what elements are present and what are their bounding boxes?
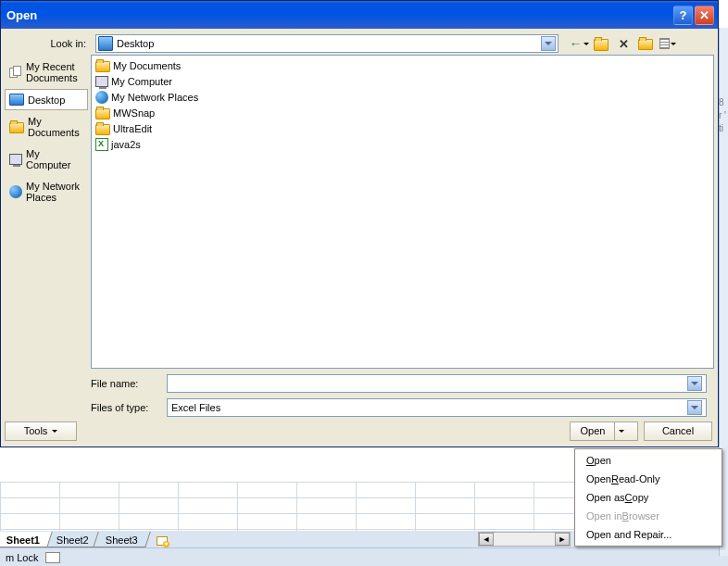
- computer-icon: [95, 76, 108, 87]
- file-name: My Computer: [111, 76, 172, 87]
- titlebar[interactable]: Open ? ✕: [1, 1, 718, 29]
- menu-item[interactable]: Open Read-Only: [577, 470, 720, 488]
- back-button[interactable]: ←: [570, 34, 588, 53]
- folder-icon: [95, 61, 110, 72]
- file-list-item[interactable]: My Computer: [94, 73, 711, 89]
- file-name: MWSnap: [113, 107, 155, 119]
- horizontal-scrollbar[interactable]: ◄ ►: [478, 532, 571, 547]
- desktop-icon: [98, 36, 113, 51]
- filename-label: File name:: [91, 378, 161, 389]
- sheet-tab-label: Sheet2: [56, 535, 89, 546]
- new-sheet-icon[interactable]: ✶: [154, 535, 170, 547]
- dialog-title: Open: [6, 8, 673, 22]
- places-bar: My Recent DocumentsDesktopMy DocumentsMy…: [3, 55, 91, 421]
- close-button[interactable]: ✕: [695, 6, 714, 25]
- file-name: My Network Places: [111, 92, 198, 103]
- status-text: m Lock: [6, 552, 38, 563]
- sheet-tab-label: Sheet1: [6, 535, 40, 546]
- places-item[interactable]: My Documents: [5, 111, 88, 143]
- filetype-label: Files of type:: [91, 402, 161, 413]
- chevron-down-icon[interactable]: [687, 376, 702, 391]
- open-button[interactable]: Open: [570, 421, 638, 441]
- file-list[interactable]: My DocumentsMy ComputerMy Network Places…: [91, 55, 714, 369]
- file-name: UltraEdit: [113, 123, 152, 134]
- cancel-button[interactable]: Cancel: [644, 421, 712, 441]
- places-item-label: My Network Places: [26, 181, 83, 203]
- places-item[interactable]: My Computer: [5, 144, 88, 175]
- tools-button[interactable]: Tools: [5, 421, 77, 441]
- lookin-label: Look in:: [8, 38, 90, 49]
- places-item-label: My Computer: [26, 148, 83, 170]
- delete-button[interactable]: ✕: [614, 34, 633, 53]
- status-bar: m Lock: [0, 547, 728, 566]
- chevron-down-icon[interactable]: [541, 36, 556, 51]
- up-one-level-button[interactable]: [592, 34, 610, 53]
- sheet-tab[interactable]: Sheet1: [0, 532, 53, 547]
- computer-icon: [9, 154, 22, 165]
- new-folder-button[interactable]: [636, 34, 655, 53]
- file-name: java2s: [111, 139, 141, 150]
- open-dialog: Open ? ✕ Look in: Desktop ← ✕ My Recent …: [0, 0, 719, 447]
- help-button[interactable]: ?: [673, 6, 693, 25]
- chevron-down-icon[interactable]: [687, 400, 702, 415]
- places-item-label: Desktop: [28, 94, 65, 106]
- menu-item[interactable]: Open: [577, 451, 720, 470]
- file-list-item[interactable]: UltraEdit: [94, 120, 711, 136]
- desktop-icon: [9, 94, 24, 106]
- menu-item[interactable]: Open as Copy: [577, 488, 720, 507]
- edge-hint-text: 8r 'ti: [719, 96, 726, 135]
- places-item-label: My Recent Documents: [26, 61, 83, 83]
- file-list-item[interactable]: MWSnap: [94, 105, 711, 120]
- open-dropdown-toggle[interactable]: [614, 422, 627, 440]
- file-list-item[interactable]: My Documents: [94, 57, 711, 73]
- chevron-down-icon: [52, 430, 57, 433]
- places-item[interactable]: My Network Places: [5, 176, 88, 208]
- sheet-tab[interactable]: Sheet3: [93, 532, 150, 547]
- folder-icon: [9, 122, 24, 133]
- network-icon: [95, 91, 108, 104]
- excel-file-icon: [95, 138, 108, 151]
- sheet-tab-label: Sheet3: [106, 535, 138, 546]
- lookin-row: Look in: Desktop ← ✕: [1, 29, 718, 55]
- network-icon: [9, 185, 22, 198]
- scroll-right-icon[interactable]: ►: [555, 533, 570, 546]
- menu-item: Open in Browser: [577, 507, 720, 525]
- file-list-item[interactable]: My Network Places: [94, 89, 711, 105]
- file-list-item[interactable]: java2s: [94, 136, 711, 152]
- scroll-left-icon[interactable]: ◄: [479, 533, 494, 546]
- filename-input[interactable]: [167, 374, 707, 393]
- lookin-combo[interactable]: Desktop: [95, 34, 559, 53]
- file-name: My Documents: [113, 60, 181, 71]
- views-button[interactable]: [659, 34, 677, 53]
- lookin-value: Desktop: [117, 38, 154, 49]
- places-item[interactable]: My Recent Documents: [5, 57, 88, 88]
- status-icon: [45, 552, 60, 563]
- open-dropdown-menu: OpenOpen Read-OnlyOpen as CopyOpen in Br…: [574, 448, 722, 547]
- filetype-combo[interactable]: Excel Files: [167, 398, 707, 417]
- places-item[interactable]: Desktop: [5, 89, 88, 110]
- folder-icon: [95, 124, 110, 135]
- folder-icon: [95, 108, 110, 119]
- places-item-label: My Documents: [28, 116, 83, 138]
- menu-item[interactable]: Open and Repair...: [577, 525, 720, 544]
- recent-docs-icon: [9, 66, 22, 79]
